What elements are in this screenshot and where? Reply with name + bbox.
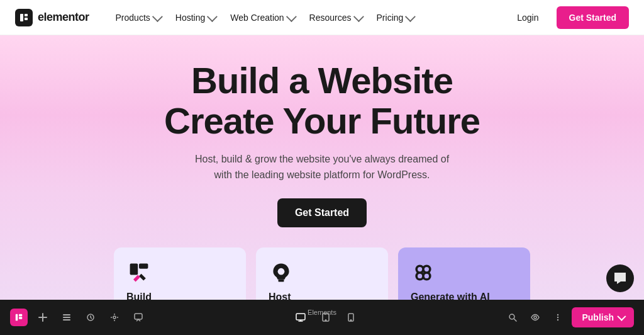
nav-item-products[interactable]: Products [109, 9, 167, 26]
nav-item-resources[interactable]: Resources [303, 9, 368, 26]
nav-item-pricing[interactable]: Pricing [370, 9, 420, 26]
nav-item-hosting[interactable]: Hosting [169, 9, 221, 26]
svg-rect-19 [63, 314, 70, 315]
navbar: elementor Products Hosting Web Creation … [0, 0, 644, 35]
svg-rect-4 [139, 263, 148, 268]
svg-rect-2 [25, 18, 28, 20]
nav-menu: Products Hosting Web Creation Resources … [109, 9, 508, 26]
svg-point-15 [425, 274, 429, 278]
toolbar-left [10, 309, 147, 326]
navigator-button[interactable] [58, 309, 75, 326]
search-toolbar-button[interactable] [504, 309, 521, 326]
svg-rect-16 [16, 314, 18, 321]
svg-rect-24 [135, 314, 142, 319]
hero-subtitle: Host, build & grow the website you've al… [195, 151, 449, 183]
settings-button[interactable] [106, 309, 123, 326]
svg-point-34 [557, 319, 558, 321]
svg-point-30 [509, 314, 514, 319]
logo[interactable]: elementor [15, 9, 89, 26]
chevron-down-icon [286, 11, 297, 22]
hero-title: Build a Website Create Your Future [164, 60, 480, 141]
svg-point-6 [278, 268, 285, 275]
svg-rect-7 [279, 280, 284, 282]
editor-toolbar: Publish [0, 300, 644, 335]
hero-cta-button[interactable]: Get Started [277, 198, 367, 227]
svg-point-29 [350, 320, 352, 321]
get-started-button[interactable]: Get Started [557, 6, 629, 29]
svg-point-23 [113, 316, 116, 319]
chevron-down-icon [353, 11, 364, 22]
chevron-down-icon [152, 11, 163, 22]
nav-item-web-creation[interactable]: Web Creation [224, 9, 300, 26]
chevron-down-icon [405, 11, 416, 22]
comments-button[interactable] [130, 309, 147, 326]
svg-point-14 [418, 274, 422, 278]
svg-point-31 [534, 316, 536, 319]
login-button[interactable]: Login [507, 8, 548, 28]
history-button[interactable] [82, 309, 99, 326]
svg-rect-18 [19, 317, 22, 319]
logo-text: elementor [38, 11, 89, 24]
publish-button[interactable]: Publish [572, 307, 634, 327]
elements-label: Elements [308, 309, 336, 316]
add-element-button[interactable] [34, 309, 52, 326]
chevron-down-icon [207, 11, 218, 22]
svg-point-32 [557, 314, 558, 315]
elementor-badge[interactable] [10, 309, 28, 326]
toolbar-right: Publish [504, 307, 634, 327]
elementor-logo-icon [15, 9, 33, 26]
hero-section: Build a Website Create Your Future Host,… [0, 35, 644, 300]
svg-point-33 [557, 317, 558, 318]
chat-bubble-button[interactable] [606, 264, 634, 292]
svg-rect-20 [63, 317, 70, 318]
build-icon [126, 260, 152, 285]
svg-point-27 [325, 320, 326, 321]
svg-rect-21 [63, 319, 70, 321]
more-toolbar-button[interactable] [549, 309, 567, 326]
host-icon [269, 260, 294, 285]
nav-right: Login Get Started [507, 6, 629, 29]
mobile-view-button[interactable] [342, 309, 360, 326]
svg-rect-25 [296, 314, 305, 320]
svg-point-12 [418, 267, 422, 271]
svg-rect-17 [19, 314, 22, 317]
eye-toolbar-button[interactable] [526, 309, 544, 326]
svg-rect-1 [25, 14, 28, 16]
svg-point-13 [425, 267, 429, 271]
desktop-view-button[interactable] [292, 309, 309, 326]
publish-chevron-icon [617, 312, 626, 321]
ai-icon [411, 260, 436, 285]
svg-rect-0 [20, 14, 23, 21]
svg-rect-3 [130, 263, 138, 275]
